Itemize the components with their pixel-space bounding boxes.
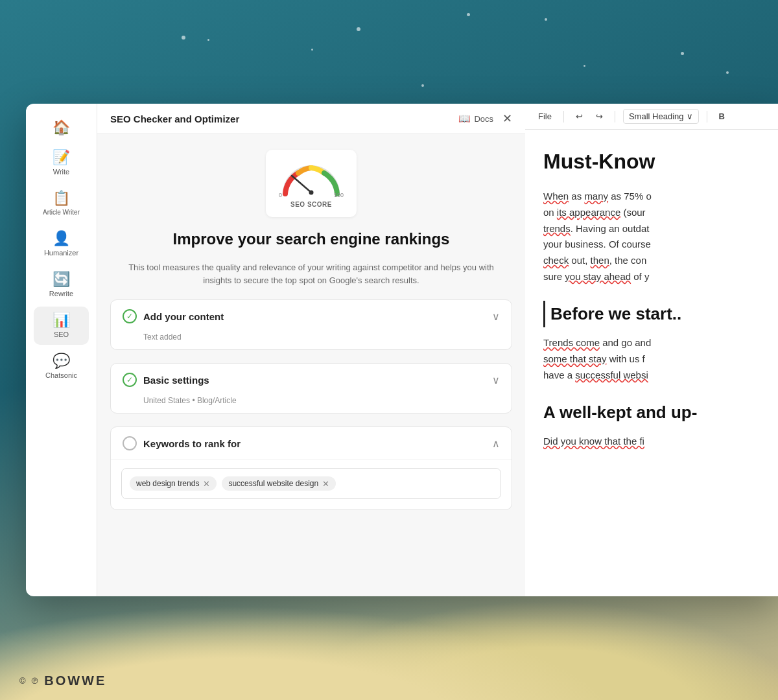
redo-button[interactable]: ↪ [592,110,607,123]
accordion-keywords: Keywords to rank for ∧ web design trends… [110,426,512,510]
logo-prefix: © ℗ [19,676,40,686]
word-trends: trends [543,223,571,234]
toolbar-sep-1 [563,111,564,122]
sidebar-item-home[interactable]: 🏠 [34,114,89,141]
sidebar-item-rewrite[interactable]: 🔄 Rewrite [34,266,89,304]
panel-header: SEO Checker and Optimizer 📖 Docs ✕ [97,104,525,134]
editor-p3: Did you know that the fi [543,434,760,450]
file-menu[interactable]: File [534,110,556,123]
gauge: 0 100 [279,161,344,197]
chevron-add-content: ∨ [492,310,500,323]
docs-button[interactable]: 📖 Docs [458,113,493,124]
sidebar: 🏠 📝 Write 📋 Article Writer 👤 Humanizer 🔄… [26,104,97,596]
word-check: check [543,255,569,266]
star-dot [182,36,185,40]
sidebar-label-rewrite: Rewrite [49,290,73,298]
seo-icon: 📊 [53,313,70,327]
gauge-max: 100 [334,192,344,198]
editor-h2-wellkept: A well-kept and up- [543,399,760,426]
accordion-subtitle-basic-settings: United States • Blog/Article [111,396,512,413]
write-icon: 📝 [53,150,70,165]
word-did-you-know: Did you know that the fi [543,436,644,447]
accordion-left-keywords: Keywords to rank for [123,436,241,450]
star-dot [311,49,313,51]
keyword-remove-1[interactable]: ✕ [203,480,210,488]
undo-button[interactable]: ↩ [572,110,587,123]
keywords-input-area[interactable]: web design trends ✕ successful website d… [121,468,501,499]
star-dot [357,27,360,31]
editor-h2-before: Before we start.. [543,301,760,328]
word-you-stay-ahead: you stay ahead [565,271,631,282]
chevron-keywords: ∧ [492,438,500,450]
star-dot [467,13,470,16]
chevron-basic-settings: ∨ [492,374,500,386]
toolbar-sep-2 [615,111,615,122]
word-then: then [591,255,609,266]
accordion-left-basic-settings: ✓ Basic settings [123,373,209,387]
svg-line-0 [292,176,311,192]
panel-body: 0 100 SEO SCORE Improve your search engi… [97,134,525,596]
star-dot [681,52,684,55]
word-trends-come: Trends come [543,337,600,348]
app-window: 🏠 📝 Write 📋 Article Writer 👤 Humanizer 🔄… [26,104,778,596]
article-icon: 📋 [53,191,70,205]
gauge-labels: 0 100 [279,192,344,198]
close-button[interactable]: ✕ [502,113,512,124]
word-its-appearance: its appearance [557,207,620,218]
star-dot [584,65,585,67]
sidebar-label-chatsonic: Chatsonic [45,371,77,379]
heading-chevron-icon: ∨ [687,111,693,121]
keyword-text-1: web design trends [136,479,199,488]
word-many: many [584,191,608,202]
word-when: When [543,191,569,202]
accordion-header-add-content[interactable]: ✓ Add your content ∨ [111,300,512,332]
gauge-min: 0 [279,192,282,198]
chatsonic-icon: 💬 [53,354,70,368]
bold-button[interactable]: B [715,110,729,123]
home-icon: 🏠 [53,121,70,135]
panel-header-actions: 📖 Docs ✕ [458,113,512,124]
rewrite-icon: 🔄 [53,272,70,286]
logo-text: BOWWE [44,673,106,688]
sidebar-item-chatsonic[interactable]: 💬 Chatsonic [34,347,89,386]
accordion-header-basic-settings[interactable]: ✓ Basic settings ∨ [111,364,512,396]
sidebar-item-seo[interactable]: 📊 SEO [34,307,89,345]
heading-select-label: Small Heading [629,111,684,121]
sidebar-item-article-writer[interactable]: 📋 Article Writer [34,185,89,222]
panel-title: SEO Checker and Optimizer [110,113,239,124]
editor-p2: Trends come and go and some that stay wi… [543,335,760,383]
main-heading: Improve your search engine rankings [173,230,450,248]
star-dot [421,84,424,87]
accordion-subtitle-add-content: Text added [111,332,512,349]
empty-circle-keywords [123,436,137,450]
accordion-title-keywords: Keywords to rank for [143,438,241,449]
accordion-add-content: ✓ Add your content ∨ Text added [110,299,512,350]
sidebar-item-humanizer[interactable]: 👤 Humanizer [34,225,89,263]
accordion-left-add-content: ✓ Add your content [123,309,224,323]
accordion-header-keywords[interactable]: Keywords to rank for ∧ [111,427,512,460]
editor-p1: When as many as 75% o on its appearance … [543,189,760,285]
editor-content: Must-Know When as many as 75% o on its a… [525,130,778,596]
sidebar-label-write: Write [53,168,69,176]
keywords-body: web design trends ✕ successful website d… [111,460,512,509]
keyword-remove-2[interactable]: ✕ [322,480,329,488]
star-dot [726,71,729,74]
accordion-title-basic-settings: Basic settings [143,375,209,386]
sidebar-item-write[interactable]: 📝 Write [34,144,89,182]
app-logo: © ℗ BOWWE [19,673,106,688]
accordion-basic-settings: ✓ Basic settings ∨ United States • Blog/… [110,363,512,414]
editor-h1: Must-Know [543,145,760,178]
sidebar-label-article: Article Writer [43,209,80,216]
sidebar-label-humanizer: Humanizer [44,249,78,257]
humanizer-icon: 👤 [53,231,70,246]
check-icon-add-content: ✓ [123,309,137,323]
sidebar-label-seo: SEO [54,331,69,338]
main-subtext: This tool measures the quality and relev… [123,261,499,286]
keyword-text-2: successful website design [228,479,318,488]
editor-toolbar: File ↩ ↪ Small Heading ∨ B [525,104,778,130]
heading-select[interactable]: Small Heading ∨ [623,109,699,124]
seo-score-widget: 0 100 SEO SCORE [266,150,357,217]
editor-panel: File ↩ ↪ Small Heading ∨ B Must-Know Whe… [525,104,778,596]
docs-icon: 📖 [458,113,471,124]
word-some-that-stay: some that stay [543,353,607,364]
